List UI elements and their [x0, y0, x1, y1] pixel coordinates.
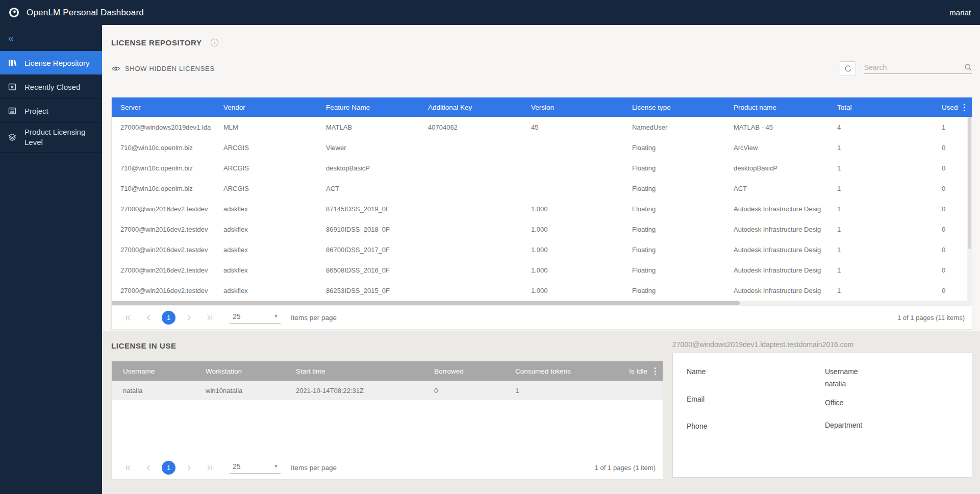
- table-row[interactable]: 27000@win2016dev2.testdevadskflex86508ID…: [112, 260, 972, 280]
- table-cell: 0: [933, 287, 972, 294]
- table-cell: MLM: [215, 124, 317, 131]
- table-row[interactable]: 27000@win2016dev2.testdevadskflex86700ID…: [112, 239, 972, 260]
- top-bar: OpenLM Personal Dashboard mariat: [0, 0, 980, 25]
- table-cell: 27000@win2016dev2.testdev: [112, 226, 215, 233]
- current-page-button[interactable]: 1: [162, 461, 175, 475]
- column-menu-kebab-icon[interactable]: ⋮: [959, 97, 970, 117]
- table-row[interactable]: 27000@win2016dev2.testdevadskflex86253ID…: [112, 280, 972, 301]
- table-header-row: ServerVendorFeature NameAdditional KeyVe…: [112, 97, 972, 117]
- column-header[interactable]: Total: [828, 104, 933, 111]
- column-header[interactable]: Version: [522, 104, 623, 111]
- table-cell: NamedUser: [623, 124, 725, 131]
- table-cell: Autodesk Infrastructure Desig: [725, 266, 828, 274]
- column-header[interactable]: Workstation: [194, 367, 285, 375]
- table-row[interactable]: nataliawin10natalia2021-10-14T08:22:31Z0…: [112, 381, 663, 400]
- license-in-use-section: LICENSE IN USE UsernameWorkstationStart …: [102, 331, 980, 494]
- table-cell: ARCGIS: [215, 144, 317, 152]
- table-row[interactable]: 27000@win2016dev2.testdevadskflex86910ID…: [112, 219, 972, 239]
- phone-label: Phone: [687, 422, 707, 430]
- show-hidden-licenses-toggle[interactable]: SHOW HIDDEN LICENSES: [111, 65, 215, 72]
- table-cell: 86253IDSS_2015_0F: [317, 287, 419, 294]
- table-cell: Floating: [623, 266, 725, 274]
- column-header[interactable]: License type: [623, 104, 725, 111]
- eye-icon: [111, 65, 120, 72]
- column-menu-kebab-icon[interactable]: ⋮: [649, 361, 661, 381]
- table-cell: 40704062: [419, 124, 522, 131]
- detail-card: Name Email Phone Username natalia Office…: [672, 353, 972, 478]
- column-header[interactable]: Feature Name: [317, 104, 419, 111]
- next-page-button[interactable]: [182, 461, 196, 475]
- table-cell: Floating: [623, 246, 725, 254]
- sidebar-item-product-licensing-level[interactable]: Product Licensing Level: [0, 122, 102, 153]
- next-page-button[interactable]: [182, 311, 196, 325]
- vertical-scrollbar[interactable]: [967, 117, 972, 301]
- table-cell: Floating: [623, 164, 725, 172]
- sidebar-item-license-repository[interactable]: License Repository: [0, 51, 102, 75]
- table-cell: 0: [933, 144, 972, 152]
- last-page-button[interactable]: [202, 461, 216, 475]
- table-cell: 1: [828, 205, 933, 213]
- table-cell: 1: [828, 164, 933, 172]
- info-icon[interactable]: [210, 38, 219, 47]
- table-cell: 0: [933, 226, 972, 233]
- table-row[interactable]: 710@win10c.openlm.bizARCGISViewerFloatin…: [112, 137, 972, 158]
- table-row[interactable]: 27000@win2016dev2.testdevadskflex87145ID…: [112, 199, 972, 219]
- table-cell: Viewer: [317, 144, 419, 152]
- table-row[interactable]: 710@win10c.openlm.bizARCGISACTFloatingAC…: [112, 178, 972, 199]
- table-cell: Autodesk Infrastructure Desig: [725, 226, 828, 233]
- horizontal-scrollbar[interactable]: [112, 301, 972, 306]
- table-cell: 1.000: [522, 226, 623, 233]
- sidebar-collapse-button[interactable]: «: [0, 25, 102, 51]
- last-page-button[interactable]: [202, 311, 216, 325]
- previous-page-button[interactable]: [141, 311, 156, 325]
- table-row[interactable]: 27000@windows2019dev1.ldaMLMMATLAB407040…: [112, 117, 972, 137]
- sidebar-item-label: Project: [24, 107, 48, 115]
- column-header[interactable]: Borrowed: [423, 367, 504, 375]
- table-cell: 27000@win2016dev2.testdev: [112, 266, 215, 274]
- first-page-button[interactable]: [121, 461, 135, 475]
- previous-page-button[interactable]: [141, 461, 156, 475]
- detail-server-name: 27000@windows2019dev1.ldaptest.testdomai…: [672, 340, 972, 349]
- table-cell: ArcView: [725, 144, 828, 152]
- sidebar-item-recently-closed[interactable]: Recently Closed: [0, 75, 102, 98]
- refresh-button[interactable]: [840, 61, 856, 76]
- project-list-icon: [8, 107, 17, 115]
- column-header[interactable]: Consumed tokens: [504, 367, 613, 375]
- search-input[interactable]: [864, 63, 964, 71]
- column-header[interactable]: Server: [112, 104, 215, 111]
- column-header[interactable]: Additional Key: [419, 104, 522, 111]
- table-cell: 0: [423, 387, 504, 394]
- table-cell: 0: [933, 246, 972, 254]
- table-cell: desktopBasicP: [317, 164, 419, 172]
- table-cell: MATLAB: [317, 124, 419, 131]
- department-label: Department: [825, 421, 862, 429]
- collapse-chevrons-icon: «: [8, 32, 14, 44]
- column-header[interactable]: Vendor: [215, 104, 317, 111]
- openlm-logo-icon: [9, 7, 19, 18]
- items-per-page-label: Items per page: [291, 314, 337, 322]
- user-menu[interactable]: mariat: [949, 8, 971, 17]
- table-cell: 1: [828, 266, 933, 274]
- column-header[interactable]: Start time: [285, 367, 423, 375]
- table-body: nataliawin10natalia2021-10-14T08:22:31Z0…: [112, 381, 663, 400]
- column-header[interactable]: Product name: [725, 104, 828, 111]
- books-icon: [8, 59, 17, 67]
- section-title: LICENSE IN USE: [111, 341, 177, 350]
- name-label: Name: [687, 367, 707, 376]
- pagination-bar: 1 25 ▼ Items per p: [112, 456, 663, 479]
- page-size-dropdown[interactable]: 25 ▼: [230, 462, 281, 474]
- table-cell: 1.000: [522, 266, 623, 274]
- table-cell: adskflex: [215, 266, 317, 274]
- current-page-button[interactable]: 1: [162, 311, 175, 325]
- column-header[interactable]: Username: [112, 367, 194, 375]
- first-page-button[interactable]: [121, 311, 135, 325]
- table-row[interactable]: 710@win10c.openlm.bizARCGISdesktopBasicP…: [112, 158, 972, 178]
- page-size-dropdown[interactable]: 25 ▼: [230, 312, 281, 324]
- sidebar-item-project[interactable]: Project: [0, 98, 102, 122]
- main-content: LICENSE REPOSITORY SHOW HIDDEN LICENSES: [102, 25, 980, 494]
- table-cell: Floating: [623, 144, 725, 152]
- table-cell: 27000@windows2019dev1.lda: [112, 124, 215, 131]
- page-summary: 1 of 1 pages (11 items): [897, 314, 965, 322]
- table-cell: Floating: [623, 226, 725, 233]
- table-cell: 1.000: [522, 205, 623, 213]
